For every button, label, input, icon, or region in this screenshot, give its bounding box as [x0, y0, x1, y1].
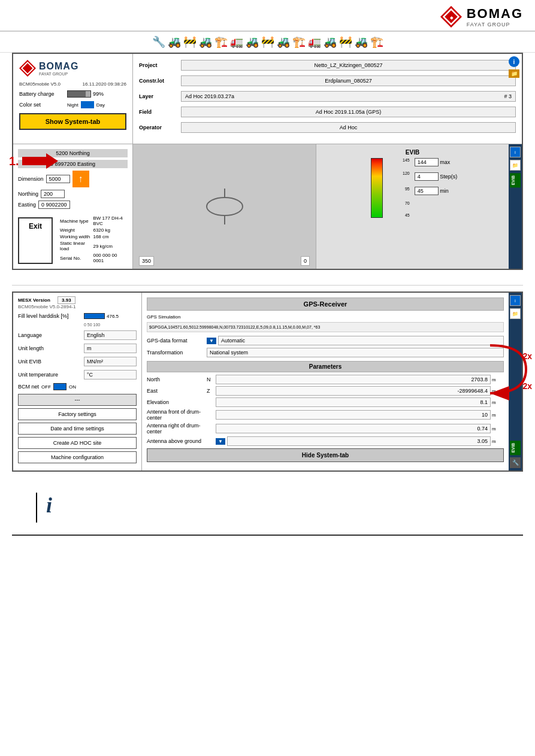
vehicle-icon-8: 🚧: [261, 35, 274, 48]
info-icon[interactable]: i: [509, 56, 519, 67]
create-adhoc-button[interactable]: Create AD HOC site: [18, 437, 137, 449]
unit-length-row: Unit length m: [18, 344, 137, 353]
gps-format-row: GPS-data format ▼ Automatic: [147, 336, 504, 345]
folder-icon[interactable]: 📁: [509, 69, 519, 78]
unit-temp-value[interactable]: °C: [84, 370, 137, 379]
dash-button[interactable]: ---: [18, 394, 137, 406]
gps-format-dropdown-icon[interactable]: ▼: [207, 338, 216, 344]
evib-scale-120: 120: [403, 171, 410, 175]
panel1: i 📁 BOMAG FAYAT GROUP: [12, 53, 523, 270]
transformation-value[interactable]: National system: [207, 348, 504, 357]
vehicle-icon-3: 🚧: [183, 35, 197, 48]
fill-level-row: Fill level harddisk [%] 476.5: [18, 313, 137, 319]
evib-readings: 144 max 4 Step(s) 45 min: [415, 158, 458, 195]
language-row: Language English: [18, 330, 137, 340]
east-param-row: East Z -28999648.4 m: [147, 386, 504, 396]
transformation-row: Transformation National system: [147, 348, 504, 357]
panel1-version: BCM05mobile V5.0 16.11.2020 09:38:26: [19, 81, 126, 87]
svg-text:◆: ◆: [449, 15, 453, 20]
hide-system-button[interactable]: Hide System-tab: [147, 448, 504, 462]
vehicle-icon-10: 🏗️: [292, 35, 306, 48]
show-system-button[interactable]: Show System-tab: [19, 113, 126, 130]
ant-front-value[interactable]: 10: [216, 410, 491, 420]
layer-value: Ad Hoc 2019.03.27a # 3: [181, 91, 516, 102]
evib-max-input[interactable]: 144: [415, 158, 439, 166]
ant-above-dropdown-icon[interactable]: ▼: [216, 438, 225, 445]
panel1-toolbar: i 📁 EVIB: [509, 144, 522, 269]
fill-bar-inner: [84, 313, 105, 319]
elevation-value[interactable]: 8.1: [216, 397, 491, 407]
evib-steps-row: 4 Step(s): [415, 172, 458, 181]
toolbar-evib[interactable]: EVIB: [510, 173, 521, 187]
layer-row: Layer Ad Hoc 2019.03.27a # 3: [139, 91, 516, 102]
gps-format-value[interactable]: Automatic: [218, 336, 504, 345]
info-i-symbol: i: [46, 493, 52, 518]
fill-bar: 476.5: [84, 313, 119, 319]
factory-settings-button[interactable]: Factory settings: [18, 408, 137, 420]
panel1-wrapper: 1. i 📁 BOMAG: [12, 53, 523, 270]
ant-right-value[interactable]: 0.74: [216, 424, 491, 433]
easting-row: Easting 0 9002200: [18, 201, 128, 209]
bcm-net-toggle[interactable]: [53, 383, 67, 390]
north-arrow: ↑: [72, 171, 89, 187]
toolbar-btn-2[interactable]: 📁: [510, 160, 521, 171]
bomag-diamond-small-icon: [19, 60, 36, 77]
north-value[interactable]: 2703.8: [216, 375, 491, 384]
toolbar-btn-1[interactable]: i: [510, 147, 521, 157]
panel2-wrench-btn[interactable]: 🔧: [510, 457, 521, 468]
panel1-right: Project Netto_LZ_Kitzingen_080527 Constr…: [133, 54, 522, 144]
bomag-diamond-icon: ◆: [440, 6, 462, 28]
date-time-button[interactable]: Date and time settings: [18, 423, 137, 435]
ant-right-row: Antenna right of drum-center 0.74 m: [147, 423, 504, 435]
unit-length-value[interactable]: m: [84, 344, 137, 353]
mesx-version-label: MESX Version 3.93: [18, 297, 137, 303]
panel1-left: BOMAG FAYAT GROUP BCM05mobile V5.0 16.11…: [13, 54, 133, 144]
bomag-logo-small: BOMAG FAYAT GROUP: [19, 60, 126, 77]
colorset-field: Color set Night Day: [19, 101, 126, 108]
panel2-folder-btn[interactable]: 📁: [510, 308, 521, 319]
battery-bar: [67, 90, 91, 98]
roller-value: 350: [139, 256, 154, 266]
arrow-2x-2: 2x: [522, 381, 532, 391]
evib-min-input[interactable]: 45: [415, 187, 439, 195]
language-value[interactable]: English: [84, 330, 137, 340]
color-toggle-blue[interactable]: [81, 101, 94, 108]
exit-button[interactable]: Exit: [18, 217, 53, 264]
constrlot-value: Erdplanum_080527: [181, 75, 516, 86]
bcm-version: BCM05mobile V5.0-2894-1: [18, 304, 137, 309]
vehicle-icon-7: 🚜: [246, 35, 259, 48]
unit-evib-value[interactable]: MN/m²: [84, 357, 137, 366]
panel1-brand: BOMAG: [39, 61, 78, 72]
vehicle-icon-13: 🚧: [339, 35, 352, 48]
unit-temp-row: Unit temperature °C: [18, 370, 137, 379]
vehicle-icon-2: 🚜: [168, 35, 181, 48]
battery-field: Battery charge 99 %: [19, 90, 126, 98]
east-value[interactable]: -28999648.4: [216, 386, 491, 396]
evib-scale-70: 70: [405, 201, 410, 205]
project-value: Netto_LZ_Kitzingen_080527: [181, 60, 516, 71]
separator: [12, 285, 523, 286]
brand-name: BOMAG: [467, 6, 523, 22]
curved-arrows-svg: [484, 339, 532, 411]
ant-above-value[interactable]: 3.05: [227, 436, 491, 446]
machine-config-button[interactable]: Machine configuration: [18, 451, 137, 463]
vehicle-icon-12: 🚜: [324, 35, 337, 48]
dimension-input[interactable]: 5000: [46, 175, 70, 183]
field-value: Ad Hoc 2019.11.05a (GPS): [181, 107, 516, 117]
bomag-logo: ◆ BOMAG FAYAT GROUP: [440, 6, 523, 28]
unit-evib-row: Unit EVIB MN/m²: [18, 357, 137, 366]
header: ◆ BOMAG FAYAT GROUP: [0, 0, 535, 32]
panel2: MESX Version 3.93 BCM05mobile V5.0-2894-…: [12, 292, 523, 472]
panel2-evib-btn[interactable]: EVIB: [510, 441, 521, 455]
project-row: Project Netto_LZ_Kitzingen_080527: [139, 60, 516, 71]
machine-info: Machine typeBW 177 DH-4 BVC Weight6320 k…: [59, 215, 128, 264]
evib-bar: [371, 158, 383, 218]
evib-steps-input[interactable]: 4: [415, 172, 439, 181]
dimension-row: Dimension 5000 ↑: [18, 171, 128, 187]
step1-arrow: [22, 153, 58, 169]
northing-input[interactable]: 200: [41, 190, 65, 198]
arrow-2x-1: 2x: [522, 351, 532, 361]
panel2-info-btn[interactable]: i: [510, 295, 521, 306]
fill-scale: 0 50 100: [84, 323, 137, 327]
easting-input[interactable]: 0 9002200: [38, 201, 70, 209]
